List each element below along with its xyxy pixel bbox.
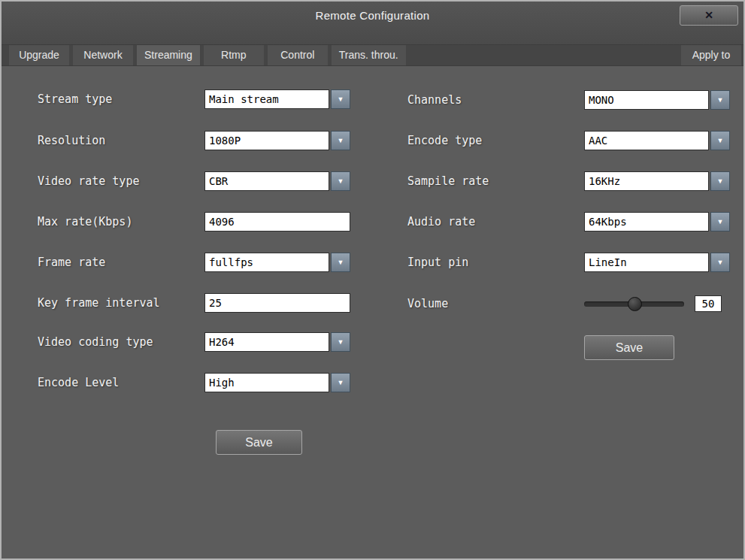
- input-pin-value: LineIn: [584, 253, 709, 272]
- chevron-down-icon[interactable]: ▼: [710, 212, 730, 232]
- encode-level-label: Encode Level: [38, 376, 204, 389]
- video-rate-type-value: CBR: [204, 171, 329, 191]
- resolution-select[interactable]: 1080P ▼: [204, 131, 350, 150]
- save-button-audio[interactable]: Save: [584, 335, 674, 360]
- close-button[interactable]: ✕: [680, 5, 738, 26]
- volume-value-input[interactable]: [695, 295, 722, 312]
- max-rate-label: Max rate(Kbps): [38, 215, 204, 229]
- input-pin-label: Input pin: [407, 256, 584, 269]
- tab-network[interactable]: Network: [73, 45, 133, 65]
- tab-control[interactable]: Control: [268, 45, 328, 65]
- frame-rate-label: Frame rate: [38, 256, 204, 269]
- volume-label: Volume: [407, 297, 584, 310]
- sample-rate-select[interactable]: 16KHz ▼: [584, 171, 730, 191]
- video-coding-type-label: Video coding type: [38, 335, 204, 349]
- encode-type-label: Encode type: [407, 134, 584, 147]
- chevron-down-icon[interactable]: ▼: [710, 253, 730, 272]
- volume-slider-thumb[interactable]: [628, 297, 642, 311]
- tab-trans-throu[interactable]: Trans. throu.: [332, 45, 406, 65]
- video-coding-type-select[interactable]: H264 ▼: [204, 332, 350, 352]
- chevron-down-icon[interactable]: ▼: [710, 131, 730, 150]
- input-pin-select[interactable]: LineIn ▼: [584, 253, 730, 272]
- max-rate-input[interactable]: [204, 212, 350, 232]
- stream-type-label: Stream type: [38, 92, 204, 106]
- window-title: Remote Configuration: [2, 9, 743, 22]
- chevron-down-icon[interactable]: ▼: [331, 131, 350, 150]
- save-button-video[interactable]: Save: [216, 430, 302, 455]
- remote-configuration-window: Remote Configuration ✕ Upgrade Network S…: [0, 0, 745, 560]
- sample-rate-label: Sampile rate: [407, 174, 584, 188]
- video-coding-type-value: H264: [204, 332, 329, 352]
- chevron-down-icon[interactable]: ▼: [331, 253, 350, 272]
- encode-type-select[interactable]: AAC ▼: [584, 131, 730, 150]
- encode-level-value: High: [204, 373, 329, 392]
- tab-rtmp[interactable]: Rtmp: [204, 45, 264, 65]
- apply-to-button[interactable]: Apply to: [681, 45, 741, 65]
- video-rate-type-select[interactable]: CBR ▼: [204, 171, 350, 191]
- chevron-down-icon[interactable]: ▼: [331, 89, 350, 109]
- encode-type-value: AAC: [584, 131, 709, 150]
- chevron-down-icon[interactable]: ▼: [331, 332, 350, 352]
- video-rate-type-label: Video rate type: [38, 174, 204, 188]
- volume-slider[interactable]: [584, 294, 684, 313]
- frame-rate-select[interactable]: fullfps ▼: [204, 253, 350, 272]
- sample-rate-value: 16KHz: [584, 171, 709, 191]
- chevron-down-icon[interactable]: ▼: [710, 90, 730, 110]
- tab-bar: Upgrade Network Streaming Rtmp Control T…: [2, 44, 743, 66]
- resolution-value: 1080P: [204, 131, 329, 150]
- tab-streaming[interactable]: Streaming: [137, 45, 200, 65]
- channels-label: Channels: [407, 93, 584, 107]
- channels-select[interactable]: MONO ▼: [584, 90, 730, 110]
- resolution-label: Resolution: [38, 134, 204, 147]
- frame-rate-value: fullfps: [204, 253, 329, 272]
- audio-rate-value: 64Kbps: [584, 212, 709, 232]
- key-frame-interval-label: Key frame interval: [38, 296, 204, 310]
- chevron-down-icon[interactable]: ▼: [331, 373, 350, 392]
- chevron-down-icon[interactable]: ▼: [331, 171, 350, 191]
- encode-level-select[interactable]: High ▼: [204, 373, 350, 392]
- key-frame-interval-input[interactable]: [204, 293, 350, 313]
- audio-rate-select[interactable]: 64Kbps ▼: [584, 212, 730, 232]
- stream-type-select[interactable]: Main stream ▼: [204, 89, 350, 109]
- titlebar: Remote Configuration ✕: [2, 2, 743, 44]
- chevron-down-icon[interactable]: ▼: [710, 171, 730, 191]
- stream-type-value: Main stream: [204, 89, 329, 109]
- close-icon: ✕: [704, 9, 713, 21]
- audio-rate-label: Audio rate: [407, 215, 584, 229]
- channels-value: MONO: [584, 90, 709, 110]
- tab-upgrade[interactable]: Upgrade: [9, 45, 69, 65]
